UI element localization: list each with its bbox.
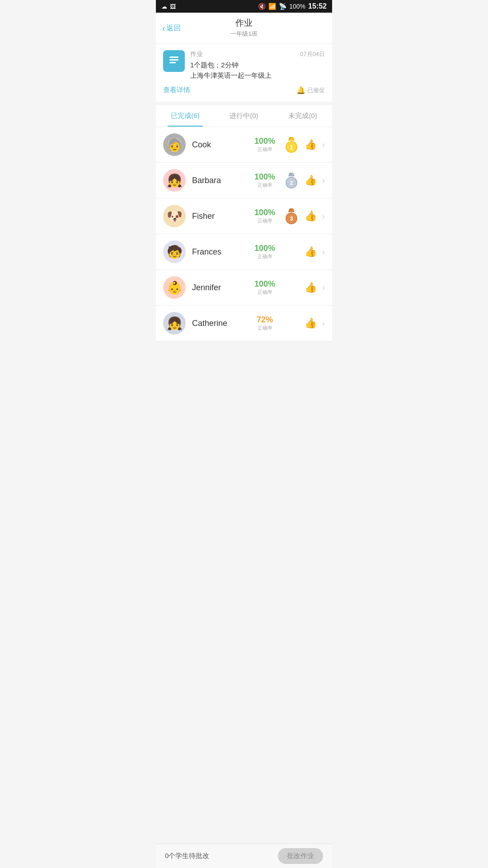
svg-text:2: 2 (290, 180, 293, 186)
student-name: Cook (192, 140, 251, 150)
no-medal (283, 279, 300, 296)
avatar: 🧓 (163, 133, 186, 156)
header: ‹ 返回 作业 一年级1班 (156, 13, 332, 44)
student-name: Frances (192, 247, 251, 257)
tab-inprogress[interactable]: 进行中(0) (215, 105, 273, 127)
student-item[interactable]: 👶 Jennifer 100% 正确率 👍 › (156, 270, 332, 306)
like-button[interactable]: 👍 (305, 282, 317, 293)
score-area: 100% 正确率 (251, 244, 278, 260)
chevron-right-icon: › (322, 319, 325, 328)
assignment-info: 作业 1个题包；2分钟 上海牛津英语一起一年级上 (190, 50, 272, 80)
mute-icon: 🔇 (258, 3, 266, 10)
status-bar: ☁ 🖼 🔇 📶 📡 100% 15:52 (156, 0, 332, 13)
score-label: 正确率 (251, 289, 278, 296)
chevron-right-icon: › (322, 283, 325, 292)
chevron-right-icon: › (322, 176, 325, 185)
no-medal (283, 315, 300, 332)
student-item[interactable]: 🧓 Cook 100% 正确率 1 👍 › (156, 127, 332, 163)
assignment-line1: 1个题包；2分钟 (190, 60, 272, 71)
image-icon: 🖼 (170, 3, 176, 10)
status-right: 🔇 📶 📡 100% 15:52 (258, 2, 327, 10)
assignment-left: 作业 1个题包；2分钟 上海牛津英语一起一年级上 (163, 50, 272, 80)
assignment-desc: 1个题包；2分钟 上海牛津英语一起一年级上 (190, 60, 272, 80)
score-label: 正确率 (251, 146, 278, 153)
score-label: 正确率 (251, 182, 278, 189)
no-medal (283, 243, 300, 260)
back-arrow-icon: ‹ (162, 23, 165, 33)
chevron-right-icon: › (322, 212, 325, 221)
assignment-line2: 上海牛津英语一起一年级上 (190, 71, 272, 81)
silver-medal: 2 (283, 172, 300, 189)
score-percent: 100% (251, 172, 278, 182)
gold-medal: 1 (283, 136, 300, 153)
remind-label: 已催促 (307, 86, 325, 94)
score-area: 100% 正确率 (251, 172, 278, 189)
bronze-medal: 3 (283, 208, 300, 225)
tabs: 已完成(6) 进行中(0) 未完成(0) (156, 105, 332, 127)
avatar: 👧 (163, 169, 186, 192)
assignment-top: 作业 1个题包；2分钟 上海牛津英语一起一年级上 07月04日 (163, 50, 325, 80)
score-percent: 100% (251, 137, 278, 146)
score-percent: 100% (251, 208, 278, 217)
student-item[interactable]: 👧 Barbara 100% 正确率 2 👍 › (156, 163, 332, 198)
score-label: 正确率 (251, 325, 278, 331)
like-button[interactable]: 👍 (305, 246, 317, 258)
avatar: 🐶 (163, 205, 186, 227)
student-item[interactable]: 🧒 Frances 100% 正确率 👍 › (156, 234, 332, 270)
score-area: 72% 正确率 (251, 315, 278, 331)
svg-text:1: 1 (290, 144, 293, 151)
student-name: Jennifer (192, 283, 251, 292)
signal-icon: 📡 (279, 3, 286, 10)
footer-spacer (156, 341, 332, 368)
score-percent: 100% (251, 244, 278, 253)
like-button[interactable]: 👍 (305, 175, 317, 186)
battery-label: 100% (289, 3, 305, 10)
score-area: 100% 正确率 (251, 279, 278, 296)
avatar: 👶 (163, 276, 186, 299)
score-percent: 72% (251, 315, 278, 325)
assignment-date: 07月04日 (300, 50, 325, 58)
status-left: ☁ 🖼 (161, 3, 176, 10)
back-label: 返回 (166, 24, 181, 33)
svg-rect-2 (169, 62, 176, 63)
back-button[interactable]: ‹ 返回 (162, 23, 181, 33)
view-detail-button[interactable]: 查看详情 (163, 86, 190, 94)
score-area: 100% 正确率 (251, 137, 278, 153)
chevron-right-icon: › (322, 247, 325, 257)
svg-rect-0 (169, 57, 178, 58)
wifi-icon: 📶 (268, 3, 276, 10)
avatar: 👧 (163, 312, 186, 335)
page-subtitle: 一年级1班 (156, 30, 332, 38)
bell-icon: 🔔 (296, 86, 305, 94)
svg-rect-1 (169, 59, 178, 61)
student-list: 🧓 Cook 100% 正确率 1 👍 › 👧 Barbara 100% 正确率 (156, 127, 332, 341)
tab-incomplete[interactable]: 未完成(0) (273, 105, 332, 127)
cloud-icon: ☁ (161, 3, 167, 10)
remind-area[interactable]: 🔔 已催促 (296, 86, 325, 94)
page-title: 作业 (156, 17, 332, 29)
score-label: 正确率 (251, 217, 278, 224)
student-item[interactable]: 👧 Catherine 72% 正确率 👍 › (156, 306, 332, 341)
like-button[interactable]: 👍 (305, 317, 317, 329)
time-label: 15:52 (308, 2, 327, 10)
assignment-icon (163, 50, 185, 72)
chevron-right-icon: › (322, 140, 325, 150)
assignment-card: 作业 1个题包；2分钟 上海牛津英语一起一年级上 07月04日 查看详情 🔔 已… (156, 44, 332, 102)
score-percent: 100% (251, 279, 278, 289)
score-area: 100% 正确率 (251, 208, 278, 224)
student-name: Barbara (192, 176, 251, 185)
like-button[interactable]: 👍 (305, 139, 317, 151)
student-name: Fisher (192, 212, 251, 221)
avatar: 🧒 (163, 241, 186, 263)
like-button[interactable]: 👍 (305, 210, 317, 222)
assignment-bottom: 查看详情 🔔 已催促 (163, 86, 325, 94)
assignment-label: 作业 (190, 50, 272, 58)
tab-completed[interactable]: 已完成(6) (156, 105, 215, 127)
score-label: 正确率 (251, 253, 278, 260)
student-item[interactable]: 🐶 Fisher 100% 正确率 3 👍 › (156, 198, 332, 234)
student-name: Catherine (192, 319, 251, 328)
svg-text:3: 3 (290, 216, 293, 222)
